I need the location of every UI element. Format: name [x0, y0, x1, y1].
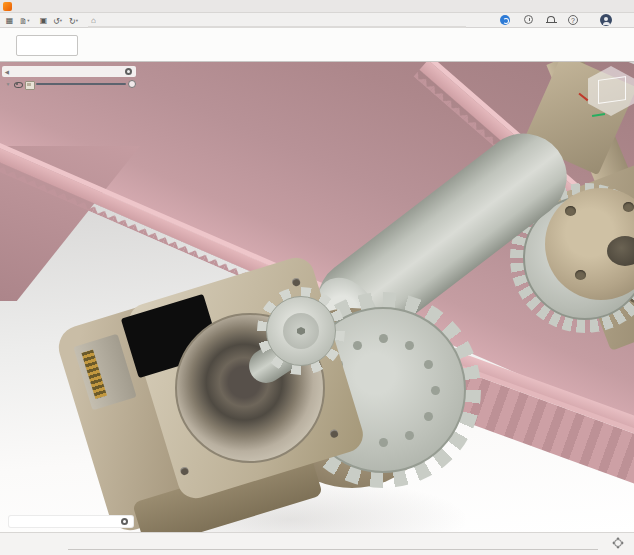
job-status-icon[interactable]	[500, 15, 510, 25]
ribbon-toolbar	[0, 28, 634, 62]
browser-root-row[interactable]: ▼	[2, 78, 136, 90]
minimize-button[interactable]	[568, 0, 590, 12]
recent-icon[interactable]	[524, 15, 533, 24]
comments-bar[interactable]	[8, 515, 134, 528]
app-grid-icon[interactable]: ▦	[4, 15, 15, 26]
flange-hole	[565, 206, 576, 216]
save-icon[interactable]: ▣	[38, 15, 49, 26]
motor-screw	[291, 277, 301, 287]
help-icon[interactable]: ?	[568, 15, 578, 25]
pinion-gear-hub	[283, 313, 319, 349]
motor-screw	[329, 429, 339, 439]
close-button[interactable]	[612, 0, 634, 12]
title-bar	[0, 0, 634, 13]
browser-panel: ◀ ▼	[2, 66, 136, 90]
carrier-gear-holes	[379, 386, 388, 395]
timeline-track	[68, 549, 598, 550]
quick-access-toolbar: ▦ 🗎▾ ▣ ↺▾ ↻▾ ⌂ ?	[0, 13, 634, 28]
file-menu-icon[interactable]: 🗎▾	[19, 15, 30, 26]
flange-hole	[575, 270, 586, 280]
timeline-settings-gear-icon[interactable]	[614, 539, 622, 547]
browser-collapse-icon[interactable]: ◀	[2, 69, 12, 75]
expand-arrow-icon[interactable]: ▼	[5, 81, 11, 87]
home-icon[interactable]: ⌂	[88, 15, 99, 26]
redo-icon[interactable]: ↻▾	[68, 15, 79, 26]
design-workspace-menu[interactable]	[16, 35, 78, 56]
maximize-button[interactable]	[590, 0, 612, 12]
visibility-eye-icon[interactable]	[13, 80, 22, 89]
3d-viewport[interactable]	[0, 62, 634, 532]
pinion-hex-bore	[297, 327, 305, 335]
browser-options-icon[interactable]	[125, 68, 132, 75]
component-icon	[24, 80, 34, 89]
notifications-icon[interactable]	[547, 16, 555, 23]
fusion-logo-icon	[3, 2, 12, 11]
motor-screw	[180, 466, 190, 476]
pinion-gear[interactable]	[257, 287, 345, 375]
activate-component-radio[interactable]	[128, 80, 136, 88]
flange-hole	[623, 202, 634, 212]
comments-options-icon[interactable]	[121, 518, 128, 525]
undo-icon[interactable]: ↺▾	[52, 15, 63, 26]
browser-header[interactable]: ◀	[2, 66, 136, 77]
profile-avatar[interactable]	[600, 14, 612, 26]
root-component-label[interactable]	[36, 83, 126, 85]
flange-bore	[607, 236, 634, 266]
timeline-bar	[0, 532, 634, 555]
